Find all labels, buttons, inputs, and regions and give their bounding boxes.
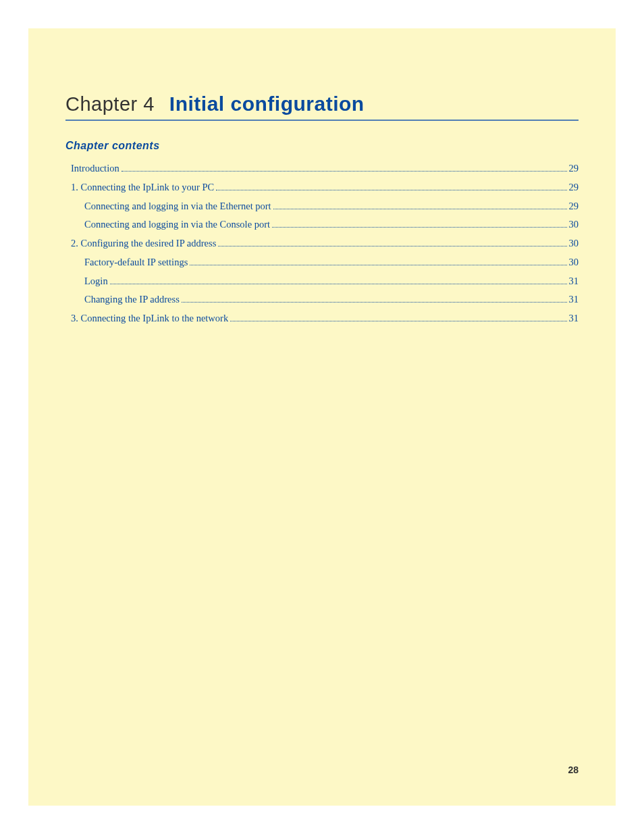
toc-entry[interactable]: 1. Connecting the IpLink to your PC 29	[71, 180, 579, 195]
toc-page-number: 31	[569, 311, 579, 326]
page-container: Chapter 4 Initial configuration Chapter …	[28, 28, 616, 806]
toc-page-number: 29	[569, 161, 579, 176]
toc-leader-dots	[182, 302, 567, 303]
toc-entry[interactable]: Login 31	[71, 274, 579, 289]
toc-page-number: 30	[569, 255, 579, 270]
toc-page-number: 29	[569, 199, 579, 214]
toc-entry[interactable]: Connecting and logging in via the Consol…	[71, 217, 579, 232]
toc-page-number: 31	[569, 292, 579, 307]
toc-page-number: 29	[569, 180, 579, 195]
table-of-contents: Introduction 29 1. Connecting the IpLink…	[65, 161, 579, 326]
toc-entry[interactable]: 3. Connecting the IpLink to the network …	[71, 311, 579, 326]
chapter-label: Chapter 4	[65, 93, 155, 115]
toc-link-text: 2. Configuring the desired IP address	[71, 236, 216, 251]
chapter-title: Initial configuration	[169, 93, 365, 115]
toc-page-number: 31	[569, 274, 579, 289]
chapter-header: Chapter 4 Initial configuration	[65, 93, 579, 121]
contents-heading: Chapter contents	[65, 140, 579, 152]
toc-link-text: Login	[84, 274, 108, 289]
toc-link-text: Changing the IP address	[84, 292, 180, 307]
toc-link-text: Introduction	[71, 161, 119, 176]
toc-entry[interactable]: 2. Configuring the desired IP address 30	[71, 236, 579, 251]
toc-entry[interactable]: Connecting and logging in via the Ethern…	[71, 199, 579, 214]
toc-leader-dots	[273, 209, 567, 209]
toc-leader-dots	[190, 265, 566, 265]
toc-leader-dots	[216, 190, 566, 190]
toc-link-text: Connecting and logging in via the Ethern…	[84, 199, 271, 214]
toc-leader-dots	[110, 284, 567, 284]
toc-link-text: 1. Connecting the IpLink to your PC	[71, 180, 214, 195]
toc-leader-dots	[230, 321, 566, 321]
toc-link-text: Connecting and logging in via the Consol…	[84, 217, 270, 232]
toc-link-text: 3. Connecting the IpLink to the network	[71, 311, 228, 326]
toc-entry[interactable]: Introduction 29	[71, 161, 579, 176]
page-number: 28	[568, 764, 579, 775]
toc-leader-dots	[122, 171, 567, 172]
toc-link-text: Factory-default IP settings	[84, 255, 188, 270]
toc-leader-dots	[218, 246, 566, 246]
toc-leader-dots	[272, 227, 566, 228]
toc-page-number: 30	[569, 236, 579, 251]
toc-entry[interactable]: Changing the IP address 31	[71, 292, 579, 307]
toc-page-number: 30	[569, 217, 579, 232]
toc-entry[interactable]: Factory-default IP settings 30	[71, 255, 579, 270]
